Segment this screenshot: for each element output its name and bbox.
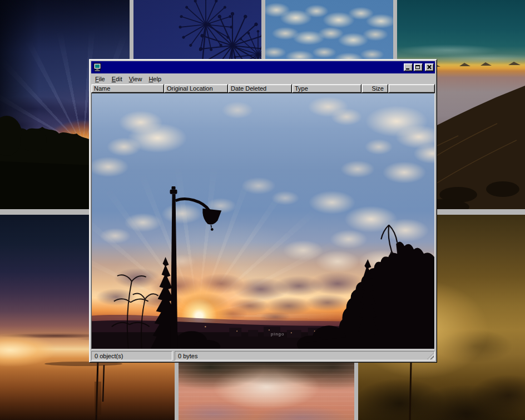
column-header-filler <box>388 84 435 93</box>
column-header-type[interactable]: Type <box>292 84 361 93</box>
minimize-icon <box>406 68 409 70</box>
column-header-size[interactable]: Size <box>361 84 388 93</box>
menu-bar: File Edit View Help <box>91 74 435 84</box>
minimize-button[interactable] <box>404 63 413 71</box>
column-header-date-deleted[interactable]: Date Deleted <box>228 84 292 93</box>
menu-edit[interactable]: Edit <box>108 75 126 83</box>
close-icon <box>425 64 433 71</box>
file-list-area[interactable]: pingo <box>91 93 435 349</box>
window-background-photo: pingo <box>92 93 434 349</box>
maximize-button[interactable] <box>414 63 423 71</box>
storefront-sign-text: pingo <box>271 332 284 337</box>
column-header-name[interactable]: Name <box>91 84 164 93</box>
menu-view[interactable]: View <box>126 75 146 83</box>
close-button[interactable] <box>425 63 434 71</box>
resize-grip[interactable] <box>427 353 434 359</box>
column-header-original-location[interactable]: Original Location <box>164 84 228 93</box>
status-object-count: 0 object(s) <box>91 351 172 360</box>
silhouette-graphic: pingo <box>92 93 434 349</box>
computer-icon <box>93 63 102 72</box>
desktop: { "window": { "title": "", "menu": { "it… <box>0 0 525 420</box>
status-bar: 0 object(s) 0 bytes <box>91 349 435 360</box>
status-size-text: 0 bytes <box>178 353 197 359</box>
menu-file[interactable]: File <box>92 75 108 83</box>
title-bar[interactable] <box>91 61 435 73</box>
maximize-icon <box>415 65 420 69</box>
menu-help[interactable]: Help <box>145 75 165 83</box>
recycle-bin-window: File Edit View Help Name Original Locati… <box>89 59 437 363</box>
status-size: 0 bytes <box>175 351 435 360</box>
column-header-row: Name Original Location Date Deleted Type… <box>91 84 435 93</box>
